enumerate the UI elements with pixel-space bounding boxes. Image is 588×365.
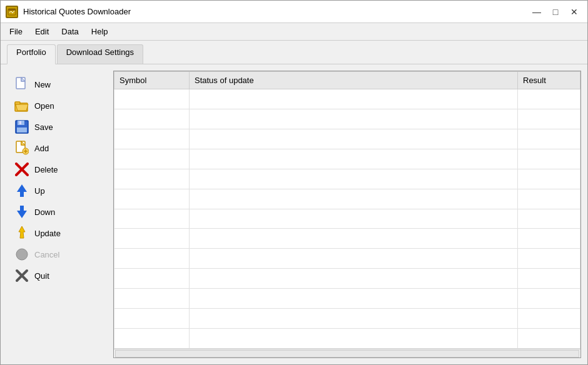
col-header-symbol: Symbol — [114, 72, 190, 89]
svg-marker-23 — [17, 211, 27, 218]
close-button[interactable]: ✕ — [566, 5, 582, 19]
app-icon — [6, 6, 18, 18]
add-icon — [14, 141, 29, 156]
update-button[interactable]: Update — [11, 223, 109, 243]
tabs-bar: Portfolio Download Settings — [1, 41, 587, 64]
tab-portfolio[interactable]: Portfolio — [7, 44, 56, 64]
svg-rect-24 — [20, 206, 24, 211]
menu-bar: File Edit Data Help — [1, 23, 587, 41]
table-row — [114, 89, 580, 109]
down-button[interactable]: Down — [11, 202, 109, 222]
table-row — [114, 149, 580, 169]
col-header-result: Result — [518, 72, 580, 89]
open-button[interactable]: Open — [11, 96, 109, 116]
down-icon — [14, 204, 29, 219]
svg-marker-9 — [16, 104, 28, 111]
svg-point-26 — [16, 249, 28, 260]
title-left: Historical Quotes Downloader — [6, 6, 131, 18]
maximize-button[interactable]: □ — [547, 5, 564, 19]
add-button[interactable]: Add — [11, 138, 109, 158]
save-icon — [14, 119, 29, 134]
table-body — [114, 89, 580, 349]
quit-label: Quit — [34, 271, 49, 281]
add-label: Add — [34, 144, 49, 153]
up-icon — [14, 183, 29, 198]
title-bar: Historical Quotes Downloader — □ ✕ — [1, 1, 587, 23]
table-row — [114, 209, 580, 229]
cancel-button[interactable]: Cancel — [11, 244, 109, 264]
open-icon — [14, 98, 29, 113]
svg-rect-12 — [19, 121, 21, 124]
table-row — [114, 249, 580, 269]
delete-button[interactable]: Delete — [11, 159, 109, 179]
delete-icon — [14, 162, 29, 177]
cancel-label: Cancel — [34, 250, 59, 259]
update-icon — [14, 226, 29, 241]
open-label: Open — [34, 101, 54, 111]
menu-edit[interactable]: Edit — [29, 25, 55, 38]
update-label: Update — [34, 229, 61, 238]
scrollbar-track[interactable] — [115, 350, 579, 358]
cancel-icon — [14, 247, 29, 262]
svg-rect-13 — [17, 128, 27, 132]
svg-rect-22 — [20, 191, 24, 197]
menu-file[interactable]: File — [3, 25, 29, 38]
svg-marker-25 — [19, 226, 25, 238]
new-button[interactable]: New — [11, 74, 109, 94]
table-row — [114, 109, 580, 129]
table-row — [114, 309, 580, 329]
minimize-button[interactable]: — — [529, 5, 545, 19]
table-row — [114, 329, 580, 349]
data-panel: Symbol Status of update Result — [113, 71, 581, 358]
new-icon — [14, 77, 29, 92]
table-row — [114, 189, 580, 209]
horizontal-scrollbar[interactable] — [114, 349, 580, 358]
save-button[interactable]: Save — [11, 117, 109, 137]
window-controls: — □ ✕ — [529, 5, 582, 19]
menu-data[interactable]: Data — [55, 25, 84, 38]
up-button[interactable]: Up — [11, 181, 109, 201]
table-row — [114, 129, 580, 149]
menu-help[interactable]: Help — [85, 25, 114, 38]
svg-rect-8 — [15, 102, 20, 104]
content-area: New Open — [1, 64, 587, 364]
table-row — [114, 289, 580, 309]
quit-button[interactable]: Quit — [11, 266, 109, 286]
table-row — [114, 229, 580, 249]
main-window: Historical Quotes Downloader — □ ✕ File … — [0, 0, 588, 365]
save-label: Save — [34, 122, 53, 132]
data-table: Symbol Status of update Result — [114, 71, 580, 349]
svg-marker-21 — [17, 184, 27, 192]
down-label: Down — [34, 208, 55, 217]
table-row — [114, 169, 580, 189]
window-title: Historical Quotes Downloader — [23, 7, 131, 16]
svg-rect-1 — [8, 9, 16, 11]
up-label: Up — [34, 186, 45, 196]
table-row — [114, 269, 580, 289]
svg-rect-5 — [16, 78, 25, 89]
toolbar: New Open — [7, 71, 113, 358]
new-label: New — [34, 80, 51, 89]
delete-label: Delete — [34, 165, 58, 174]
tab-download-settings[interactable]: Download Settings — [57, 44, 143, 64]
quit-icon — [14, 268, 29, 283]
col-header-status: Status of update — [190, 72, 518, 89]
